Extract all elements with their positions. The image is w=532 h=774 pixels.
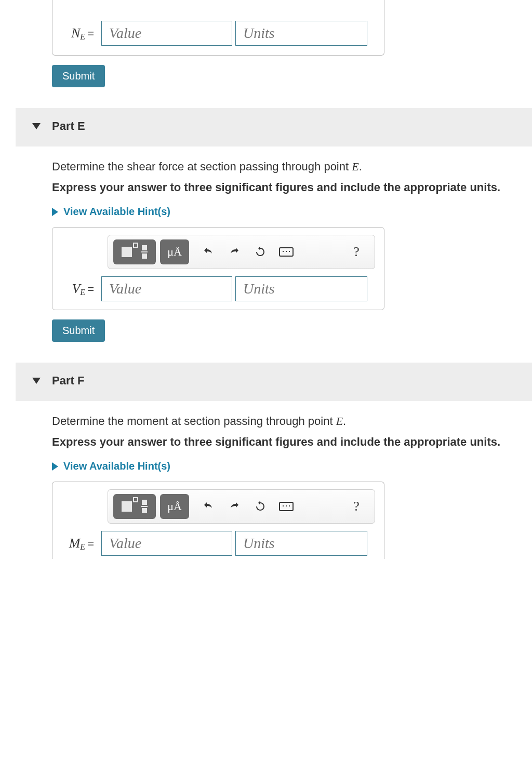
units-picker-button[interactable]: μÅ (160, 494, 189, 519)
prompt-text: Determine the moment at section passing … (52, 415, 532, 428)
keyboard-icon[interactable] (273, 494, 299, 519)
instruction-text: Express your answer to three significant… (52, 435, 532, 449)
value-input[interactable] (101, 531, 232, 556)
answer-box-part-d: NE = (52, 0, 384, 56)
chevron-right-icon (52, 208, 58, 216)
variable-label: ME = (61, 536, 98, 551)
answer-box-part-e: μÅ ? VE = (52, 227, 384, 310)
part-header-e[interactable]: Part E (16, 108, 532, 146)
units-input[interactable] (235, 531, 367, 556)
view-hints-toggle[interactable]: View Available Hint(s) (52, 460, 532, 472)
value-input[interactable] (101, 21, 232, 46)
part-header-f[interactable]: Part F (16, 363, 532, 401)
help-icon[interactable]: ? (343, 494, 369, 519)
submit-button[interactable]: Submit (52, 65, 105, 87)
input-row: ME = (61, 531, 376, 556)
variable-label: NE = (61, 25, 98, 41)
instruction-text: Express your answer to three significant… (52, 181, 532, 194)
variable-label: VE = (61, 281, 98, 297)
input-row: NE = (61, 21, 376, 46)
part-title: Part F (52, 374, 84, 388)
view-hints-toggle[interactable]: View Available Hint(s) (52, 206, 532, 218)
chevron-right-icon (52, 462, 58, 471)
reset-icon[interactable] (247, 494, 273, 519)
equation-toolbar: μÅ ? (108, 235, 375, 269)
part-title: Part E (52, 119, 85, 133)
equation-toolbar: μÅ ? (108, 489, 375, 524)
value-input[interactable] (101, 276, 232, 301)
template-button[interactable] (113, 494, 156, 519)
reset-icon[interactable] (247, 239, 273, 264)
chevron-down-icon (32, 378, 41, 384)
prompt-text: Determine the shear force at section pas… (52, 160, 532, 174)
input-row: VE = (61, 276, 376, 301)
help-icon[interactable]: ? (343, 239, 369, 264)
undo-icon[interactable] (195, 239, 221, 264)
redo-icon[interactable] (221, 239, 247, 264)
undo-icon[interactable] (195, 494, 221, 519)
redo-icon[interactable] (221, 494, 247, 519)
units-input[interactable] (235, 21, 367, 46)
units-input[interactable] (235, 276, 367, 301)
chevron-down-icon (32, 123, 41, 129)
template-button[interactable] (113, 239, 156, 264)
submit-button[interactable]: Submit (52, 319, 105, 342)
units-picker-button[interactable]: μÅ (160, 239, 189, 264)
answer-box-part-f: μÅ ? ME = (52, 482, 384, 559)
keyboard-icon[interactable] (273, 239, 299, 264)
